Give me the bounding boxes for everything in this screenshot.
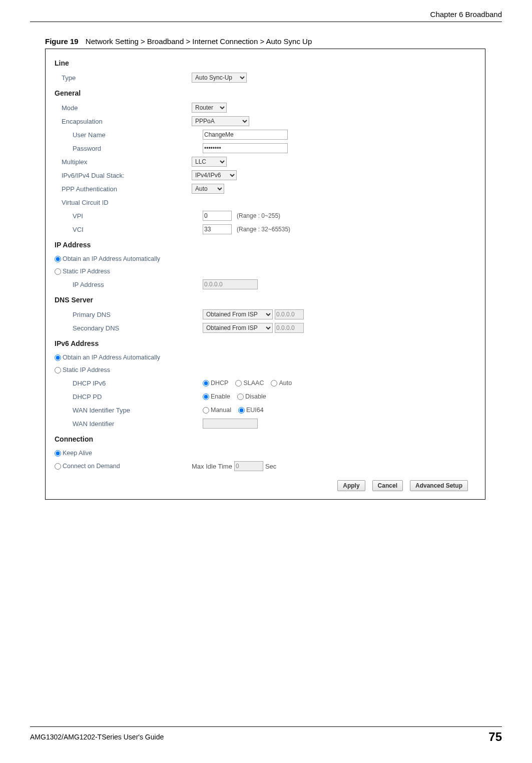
label-password: Password <box>55 145 203 152</box>
label-vpi: VPI <box>55 212 203 220</box>
figure-label: Figure 19 <box>45 37 79 46</box>
input-password[interactable] <box>203 143 288 153</box>
screenshot-frame: Line Type Auto Sync-Up General Mode Rout… <box>45 49 485 500</box>
radio-wanid-manual[interactable] <box>203 407 209 414</box>
select-secondary-dns[interactable]: Obtained From ISP <box>203 323 273 333</box>
label-username: User Name <box>55 131 203 139</box>
footer-page-number: 75 <box>488 730 502 744</box>
figure-caption-text: Network Setting > Broadband > Internet C… <box>86 37 312 46</box>
label-pppauth: PPP Authentication <box>55 185 192 193</box>
label-wan-id-type: WAN Identifier Type <box>55 407 203 414</box>
select-pppauth[interactable]: Auto <box>192 184 224 194</box>
label-mode: Mode <box>55 104 192 112</box>
section-title-ip: IP Address <box>55 241 476 249</box>
opt-enable: Enable <box>211 393 230 400</box>
input-vci[interactable] <box>203 224 232 234</box>
label-secondary-dns: Secondary DNS <box>55 324 203 332</box>
select-encapsulation[interactable]: PPPoA <box>192 116 249 126</box>
chapter-header: Chapter 6 Broadband <box>30 10 502 22</box>
label-ipv6-static: Static IP Address <box>63 366 110 373</box>
radio-connect-on-demand[interactable] <box>55 463 61 470</box>
footer-guide-title: AMG1302/AMG1202-TSeries User's Guide <box>30 733 164 741</box>
radio-ip-static[interactable] <box>55 268 61 275</box>
radio-dhcppd-enable[interactable] <box>203 394 209 400</box>
input-primary-dns <box>275 309 304 319</box>
radio-dhcppd-disable[interactable] <box>237 394 244 400</box>
select-multiplex[interactable]: LLC <box>192 157 227 167</box>
hint-vci: (Range : 32~65535) <box>237 226 290 233</box>
label-ipv6-auto: Obtain an IP Address Automatically <box>63 354 160 361</box>
page-footer: AMG1302/AMG1202-TSeries User's Guide 75 <box>30 726 502 744</box>
label-max-idle-unit: Sec <box>265 463 276 470</box>
section-title-ipv6: IPv6 Address <box>55 339 476 347</box>
label-dhcp-pd: DHCP PD <box>55 393 203 401</box>
radio-ipv6-auto[interactable] <box>55 354 61 361</box>
apply-button[interactable]: Apply <box>337 480 365 491</box>
radio-ipv6-static[interactable] <box>55 367 61 373</box>
radio-keep-alive[interactable] <box>55 450 61 457</box>
select-mode[interactable]: Router <box>192 103 227 113</box>
opt-eui64: EUI64 <box>246 407 264 414</box>
radio-dhcpipv6-auto[interactable] <box>271 380 277 387</box>
label-type: Type <box>55 74 192 82</box>
hint-vpi: (Range : 0~255) <box>237 212 280 219</box>
section-title-dns: DNS Server <box>55 296 476 304</box>
section-title-line: Line <box>55 59 476 67</box>
label-multiplex: Multiplex <box>55 158 192 166</box>
cancel-button[interactable]: Cancel <box>372 480 403 491</box>
label-wan-id: WAN Identifier <box>55 420 203 428</box>
input-vpi[interactable] <box>203 211 232 221</box>
radio-dhcpipv6-slaac[interactable] <box>235 380 242 387</box>
label-ip-auto: Obtain an IP Address Automatically <box>63 255 160 262</box>
opt-manual: Manual <box>211 407 231 414</box>
section-title-general: General <box>55 89 476 97</box>
label-primary-dns: Primary DNS <box>55 311 203 318</box>
opt-auto: Auto <box>279 379 292 387</box>
label-dhcp-ipv6: DHCP IPv6 <box>55 379 203 387</box>
opt-slaac: SLAAC <box>243 379 264 387</box>
select-type[interactable]: Auto Sync-Up <box>192 73 247 83</box>
section-title-connection: Connection <box>55 435 476 443</box>
radio-dhcpipv6-dhcp[interactable] <box>203 380 209 387</box>
select-primary-dns[interactable]: Obtained From ISP <box>203 309 273 319</box>
radio-ip-auto[interactable] <box>55 256 61 262</box>
input-secondary-dns <box>275 323 304 333</box>
label-ip-address: IP Address <box>55 281 203 288</box>
opt-disable: Disable <box>245 393 266 400</box>
select-dualstack[interactable]: IPv4/IPv6 <box>192 170 237 180</box>
label-keep-alive: Keep Alive <box>63 450 92 457</box>
advanced-setup-button[interactable]: Advanced Setup <box>410 480 468 491</box>
input-username[interactable] <box>203 130 288 140</box>
figure-caption: Figure 19 Network Setting > Broadband > … <box>45 37 502 46</box>
label-dualstack: IPv6/IPv4 Dual Stack: <box>55 172 192 179</box>
radio-wanid-eui64[interactable] <box>238 407 245 414</box>
label-max-idle: Max Idle Time <box>192 463 232 470</box>
input-wan-id <box>203 419 258 429</box>
label-vci: VCI <box>55 226 203 233</box>
label-ip-static: Static IP Address <box>63 268 110 275</box>
label-encapsulation: Encapsulation <box>55 118 192 125</box>
label-vcid: Virtual Circuit ID <box>55 199 192 206</box>
input-max-idle <box>234 461 263 471</box>
input-ip-address <box>203 279 258 289</box>
label-connect-on-demand: Connect on Demand <box>63 463 120 470</box>
opt-dhcp: DHCP <box>211 379 228 387</box>
